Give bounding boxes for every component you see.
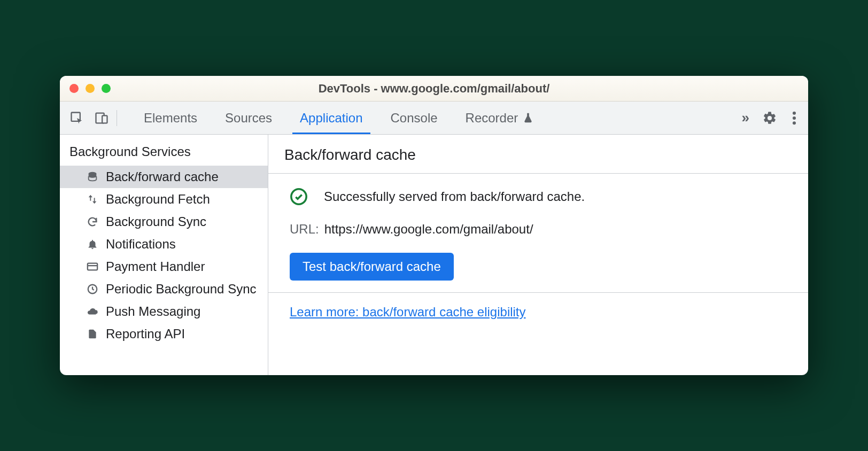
url-row: URL: https://www.google.com/gmail/about/: [290, 222, 792, 237]
toolbar-right-group: »: [742, 102, 802, 134]
maximize-window-button[interactable]: [102, 84, 111, 93]
sidebar-item-label: Background Sync: [106, 214, 206, 229]
sidebar-item-label: Back/forward cache: [106, 169, 219, 184]
tab-recorder[interactable]: Recorder: [452, 102, 548, 134]
sidebar-item-label: Reporting API: [106, 326, 185, 341]
svg-rect-2: [102, 115, 107, 123]
updown-arrows-icon: [86, 193, 99, 205]
sidebar-item-notifications[interactable]: Notifications: [60, 233, 268, 255]
sidebar-item-label: Notifications: [106, 237, 176, 252]
learn-more-section: Learn more: back/forward cache eligibili…: [268, 293, 808, 331]
status-message: Successfully served from back/forward ca…: [324, 189, 585, 204]
tab-label: Console: [391, 111, 438, 126]
traffic-lights: [69, 84, 111, 93]
flask-icon: [522, 112, 534, 124]
sidebar-section-header: Background Services: [60, 135, 268, 166]
close-window-button[interactable]: [69, 84, 79, 93]
minimize-window-button[interactable]: [86, 84, 95, 93]
status-row: Successfully served from back/forward ca…: [290, 188, 792, 206]
sidebar-item-reporting-api[interactable]: Reporting API: [60, 323, 268, 345]
bell-icon: [86, 238, 99, 250]
devtools-toolbar: Elements Sources Application Console Rec…: [60, 102, 808, 135]
sidebar-item-background-fetch[interactable]: Background Fetch: [60, 188, 268, 211]
more-tabs-icon[interactable]: »: [742, 110, 747, 126]
settings-icon[interactable]: [762, 111, 777, 126]
window-title: DevTools - www.google.com/gmail/about/: [60, 82, 808, 96]
toolbar-separator: [117, 110, 117, 126]
sidebar-item-label: Periodic Background Sync: [106, 282, 256, 297]
tab-application[interactable]: Application: [286, 102, 376, 134]
sidebar-item-label: Push Messaging: [106, 304, 200, 319]
test-bfcache-button[interactable]: Test back/forward cache: [290, 253, 454, 281]
tab-label: Sources: [225, 111, 272, 126]
success-check-icon: [290, 188, 308, 206]
content-area: Background Services Back/forward cache B…: [60, 135, 808, 375]
sidebar: Background Services Back/forward cache B…: [60, 135, 268, 375]
sidebar-item-label: Background Fetch: [106, 192, 210, 207]
url-value: https://www.google.com/gmail/about/: [324, 222, 533, 237]
titlebar: DevTools - www.google.com/gmail/about/: [60, 76, 808, 102]
svg-rect-7: [88, 263, 97, 270]
card-icon: [86, 261, 99, 273]
sync-icon: [86, 216, 99, 228]
tab-elements[interactable]: Elements: [130, 102, 211, 134]
file-icon: [86, 328, 99, 340]
toolbar-left-group: [69, 102, 109, 134]
tab-sources[interactable]: Sources: [211, 102, 286, 134]
sidebar-item-background-sync[interactable]: Background Sync: [60, 211, 268, 233]
sidebar-item-payment-handler[interactable]: Payment Handler: [60, 255, 268, 278]
clock-icon: [86, 283, 99, 295]
tab-label: Application: [300, 111, 362, 126]
kebab-menu-icon[interactable]: [792, 111, 796, 126]
sidebar-item-label: Payment Handler: [106, 259, 205, 274]
tab-label: Elements: [144, 111, 197, 126]
panel-heading: Back/forward cache: [268, 135, 808, 174]
svg-point-4: [793, 116, 796, 119]
url-label: URL:: [290, 222, 319, 237]
tab-console[interactable]: Console: [377, 102, 452, 134]
sidebar-item-bfcache[interactable]: Back/forward cache: [60, 166, 268, 188]
inspect-element-icon[interactable]: [69, 111, 84, 126]
main-panel: Back/forward cache Successfully served f…: [268, 135, 808, 375]
panel-tabs: Elements Sources Application Console Rec…: [130, 102, 548, 134]
devtools-window: DevTools - www.google.com/gmail/about/ E…: [60, 76, 808, 375]
status-section: Successfully served from back/forward ca…: [268, 174, 808, 293]
device-toggle-icon[interactable]: [94, 111, 109, 126]
database-icon: [86, 171, 99, 183]
svg-point-3: [793, 111, 796, 114]
learn-more-link[interactable]: Learn more: back/forward cache eligibili…: [290, 305, 526, 319]
sidebar-item-push-messaging[interactable]: Push Messaging: [60, 300, 268, 323]
tab-label: Recorder: [466, 111, 518, 126]
cloud-icon: [86, 306, 99, 317]
svg-point-5: [793, 121, 796, 125]
sidebar-item-periodic-sync[interactable]: Periodic Background Sync: [60, 278, 268, 300]
